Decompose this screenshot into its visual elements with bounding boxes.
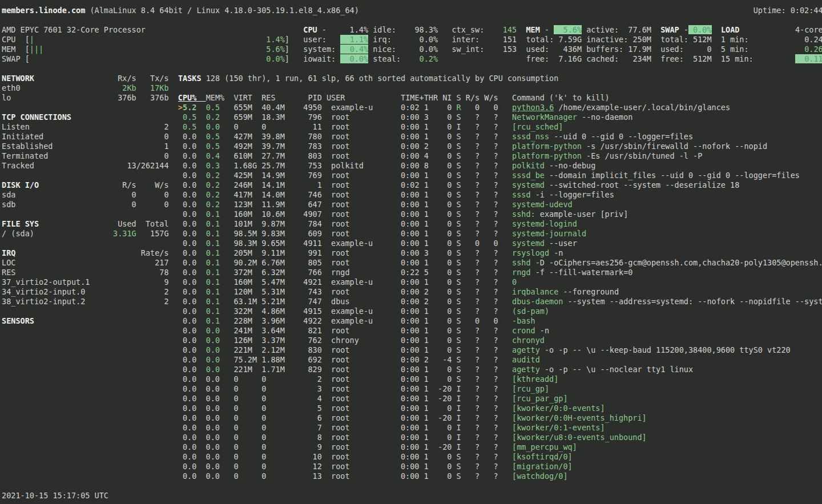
process-row: 0.0 0.0 0 0 4 root 0:00 1 -20 I ? ? [rcu… [2,394,822,404]
process-row: 0.0 0.1 160M 10.6M 4907 root 0:00 1 0 S … [2,209,822,219]
process-row: 37_virtio2-output.1 9 0.0 0.1 160M 5.47M… [2,277,822,287]
process-row: 0.0 0.0 0 0 3 root 0:00 1 -20 I ? ? [rcu… [2,384,822,394]
process-row: DISK I/O R/s W/s 0.0 0.2 246M 14.1M 1 ro… [2,180,822,190]
process-row: Listen 2 0.5 0.0 0 0 11 root 0:00 1 0 I … [2,122,822,132]
process-row: FILE SYS Used Total 0.0 0.1 101M 9.87M 7… [2,219,822,229]
process-row: 0.0 0.0 221M 2.12M 830 root 0:00 1 0 S ?… [2,345,822,355]
tasks-summary-line: NETWORK Rx/s Tx/s TASKS 128 (150 thr), 1… [2,74,822,83]
cpu-model-line: AMD EPYC 7601 32-Core Processor CPU - 1.… [2,25,822,35]
process-row: SENSORS 0.0 0.1 228M 3.96M 4922 example-… [2,316,822,326]
process-row: IRQ Rate/s 0.0 0.1 205M 9.11M 991 root 0… [2,248,822,258]
process-row: 0.0 0.0 221M 1.71M 829 root 0:00 1 0 S ?… [2,365,822,374]
process-row: 0.0 0.0 0 0 9 root 0:00 1 -20 I ? ? [mm_… [2,442,822,452]
process-row: >5.2 0.5 655M 40.4M 4950 example-u 0:02 … [2,103,822,112]
process-row: 0.0 0.0 75.2M 1.88M 692 root 0:00 2 -4 S… [2,355,822,365]
process-row: LOC 217 0.0 0.1 90.2M 6.76M 805 root 0:0… [2,258,822,268]
process-row: TCP CONNECTIONS 0.5 0.2 659M 18.3M 796 r… [2,112,822,122]
terminal-line [2,64,822,74]
process-row: RES 78 0.0 0.1 372M 6.32M 766 rngd 0:22 … [2,268,822,277]
glances-app: { "titlebar": { "hostname": "members.lin… [0,0,822,504]
quicklook-cpu-gauge: CPU [| 1.4%] user: 1.1% irq: 0.0% inter:… [2,35,822,45]
process-row: 0.0 0.0 0 0 2 root 0:00 1 0 S ? ? [kthre… [2,374,822,384]
process-row: sda 0 0 0.0 0.2 417M 14.0M 746 root 0:00… [2,190,822,200]
process-row: 0.0 0.0 241M 3.64M 821 root 0:00 1 0 S ?… [2,326,822,336]
process-row: 0.0 0.0 0 0 10 root 0:00 1 0 S ? ? [ksof… [2,452,822,462]
quicklook-swap-gauge: SWAP [ 0.0%] iowait: 0.0% steal: 0.2% fr… [2,54,822,64]
process-row: 0.0 0.0 0 0 7 root 0:00 1 0 I ? ? [kwork… [2,423,822,433]
process-row: 0.0 0.0 0 0 8 root 0:00 1 0 I ? ? [kwork… [2,433,822,442]
clock-line: 2021-10-15 15:17:05 UTC [2,491,822,501]
process-row: 0.0 0.0 0 0 13 root 0:00 1 0 S ? ? [watc… [2,471,822,481]
terminal-line [2,15,822,25]
process-row: Established 1 0.0 0.5 492M 39.7M 783 roo… [2,142,822,151]
titlebar-line: members.linode.com (AlmaLinux 8.4 64bit … [2,6,822,15]
process-row: 0.0 0.0 0 0 6 root 0:00 1 -20 I ? ? [kwo… [2,413,822,423]
process-row: 0.0 0.0 0 0 12 root 0:00 1 0 S ? ? [migr… [2,462,822,471]
process-row: 0.0 0.1 98.3M 9.65M 4911 example-u 0:00 … [2,239,822,248]
terminal-line [2,481,822,491]
process-row: 38_virtio2-input.2 2 0.0 0.1 63.1M 5.21M… [2,297,822,307]
process-row: 0.0 0.0 0 0 5 root 0:00 1 0 I ? ? [kwork… [2,404,822,413]
process-row: 0.0 0.0 126M 3.37M 762 chrony 0:00 1 0 S… [2,336,822,345]
process-row: Terminated 0 0.0 0.4 610M 27.7M 803 root… [2,151,822,161]
terminal-line: eth0 2Kb 17Kb [2,83,822,93]
process-row: sdb 0 0 0.0 0.2 123M 11.9M 647 root 0:00… [2,200,822,209]
process-row: 0.0 0.2 425M 14.9M 769 root 0:00 1 0 S ?… [2,171,822,180]
process-row: Initiated 0 0.0 0.5 427M 39.8M 780 root … [2,132,822,142]
process-table-header-line: lo 376b 376b CPU% MEM% VIRT RES PID USER… [2,93,822,103]
process-row: 0.0 0.1 322M 4.86M 4915 example-u 0:00 1… [2,307,822,316]
process-row: 34_virtio2-input.0 2 0.0 0.1 120M 5.31M … [2,287,822,297]
process-row: / (sda) 3.31G 157G 0.0 0.1 98.5M 9.83M 6… [2,229,822,239]
glances-terminal[interactable]: members.linode.com (AlmaLinux 8.4 64bit … [0,0,822,504]
quicklook-mem-gauge: MEM [||| 5.6%] system: 0.4% nice: 0.0% s… [2,45,822,54]
process-row: Tracked 13/262144 0.0 0.3 1.68G 25.7M 75… [2,161,822,171]
